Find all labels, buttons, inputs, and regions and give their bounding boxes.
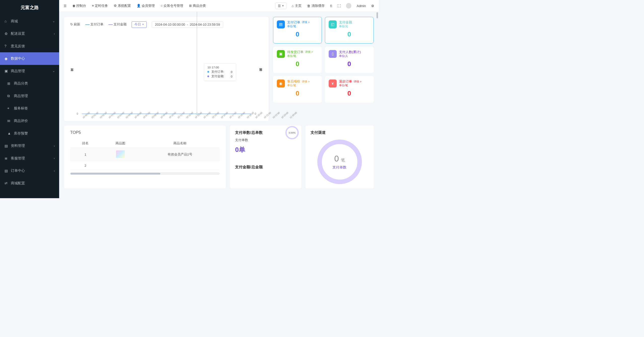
dash-icon: ◉: [5, 57, 8, 61]
chart-cursor: [197, 12, 197, 114]
bar-icon: ▯: [329, 50, 337, 58]
sidebar-item-13[interactable]: ⇄商城配置: [0, 177, 59, 190]
detail-link[interactable]: 详情 >: [354, 80, 361, 83]
avatar[interactable]: [346, 3, 351, 8]
chart[interactable]: 支付订单 支付金额 0 0 10 17:00 支付订单: 0 支付金额: 0: [70, 31, 263, 117]
detail-link[interactable]: 详情 >: [305, 50, 313, 54]
table-row[interactable]: 1有效会员产品1号: [70, 148, 220, 161]
topbar-item-4[interactable]: ○ 众筹仓号管理: [161, 4, 183, 8]
sliders-icon: ⇄: [5, 181, 8, 185]
wallet-icon: ◱: [329, 20, 337, 28]
channel-panel: 支付渠道 0笔 支付单数: [306, 125, 373, 188]
sidebar-item-1[interactable]: ⚙配送设置‹: [0, 27, 59, 40]
chat-icon: ✉: [7, 119, 11, 123]
shield-icon: ◉: [277, 79, 285, 88]
chart-panel: ↻ 刷新 支付订单 支付金额 今日 ▼ 2024-04-10 00:00:00 …: [64, 17, 269, 121]
stat-card-4[interactable]: ◉售后维权详情 >单位/笔0: [273, 76, 322, 103]
refresh-button[interactable]: ↻ 刷新: [70, 22, 81, 27]
tree-icon: ⊞: [7, 81, 11, 86]
ratio-panel: 支付单数/总单数 0.00% 支付单数 0单 支付金额/总金额: [230, 125, 301, 188]
topbar-item-0[interactable]: ◉ 控制台: [72, 4, 86, 8]
top5-panel: TOP5 排名 商品图 商品名称 1有效会员产品1号2: [64, 125, 226, 188]
topbar: ☰ ◉ 控制台≡ 定时任务⚙ 系统配置👤 会员管理○ 众筹仓号管理⊞ 商品分类 …: [59, 0, 379, 12]
stat-card-1[interactable]: ◱支付金额单位/元0: [325, 17, 374, 44]
tag-icon: ⌖: [7, 106, 11, 110]
stat-card-3[interactable]: ▯支付人数(累计)单位/人0: [325, 47, 374, 73]
legend-series-b: 支付金额: [108, 22, 127, 27]
product-thumb: [116, 150, 125, 158]
stat-card-5[interactable]: ¥退款订单详情 >单位/笔0: [325, 76, 374, 103]
detail-link[interactable]: 详情 >: [302, 80, 310, 83]
table-row[interactable]: 2: [70, 161, 220, 170]
date-range-display[interactable]: 2024-04-10 00:00:00 - 2024-04-10 23:59:5…: [152, 21, 223, 28]
file-icon: ▤: [277, 20, 285, 28]
sidebar-item-9[interactable]: ▲库存预警: [0, 127, 59, 140]
box-icon: ▣: [277, 50, 285, 58]
table-scrollbar[interactable]: [70, 172, 220, 175]
sidebar-item-7[interactable]: ⌖服务标签: [0, 102, 59, 115]
sidebar-item-4[interactable]: ▣商品管理⌄: [0, 65, 59, 77]
menu-toggle[interactable]: ☰: [64, 4, 67, 8]
sidebar-item-3[interactable]: ◉数据中心: [0, 52, 59, 65]
chart-tooltip: 10 17:00 支付订单: 0 支付金额: 0: [204, 63, 236, 80]
channel-donut: 0笔 支付单数: [317, 140, 362, 184]
fullscreen-icon[interactable]: ⛶: [337, 4, 341, 8]
x-axis-ticks: 10 00:0010 01:0010 02:0010 03:0010 04:00…: [82, 117, 251, 119]
stat-card-2[interactable]: ▣待发货订单详情 >单位/笔0: [273, 47, 322, 73]
sidebar: 元富之路 ⌂商城⌄⚙配送设置‹?意见反馈◉数据中心▣商品管理⌄⊞商品分类⧉商品管…: [0, 0, 59, 198]
gear-icon: ⚙: [5, 32, 8, 36]
help-icon: ?: [5, 44, 8, 48]
sidebar-item-0[interactable]: ⌂商城⌄: [0, 15, 59, 27]
file-icon: ▤: [5, 169, 8, 173]
lang-icon[interactable]: ⎘: [330, 4, 332, 8]
ratio-donut: 0.00%: [285, 126, 299, 139]
topbar-item-5[interactable]: ⊞ 商品分类: [189, 4, 206, 8]
date-range-button[interactable]: 今日 ▼: [132, 21, 147, 28]
user-name[interactable]: Admin: [357, 4, 366, 8]
clear-cache[interactable]: 🗑 清除缓存: [307, 4, 325, 8]
box-icon: ▣: [5, 69, 8, 73]
sidebar-item-2[interactable]: ?意见反馈: [0, 40, 59, 52]
sidebar-item-10[interactable]: ▤资料管理‹: [0, 140, 59, 152]
bag-icon: ⧉: [7, 94, 11, 98]
sidebar-item-12[interactable]: ▤订单中心‹: [0, 164, 59, 177]
sidebar-item-8[interactable]: ✉商品评价: [0, 115, 59, 127]
home-link[interactable]: ⌂ 主页: [292, 4, 302, 8]
warn-icon: ▲: [7, 131, 11, 135]
legend-series-a: 支付订单: [85, 22, 103, 27]
topbar-item-1[interactable]: ≡ 定时任务: [92, 4, 108, 8]
top5-table: 排名 商品图 商品名称 1有效会员产品1号2: [70, 139, 220, 170]
yen-icon: ¥: [329, 79, 337, 88]
topbar-item-3[interactable]: 👤 会员管理: [137, 4, 155, 8]
top5-title: TOP5: [70, 130, 220, 135]
detail-link[interactable]: 详情 >: [302, 21, 310, 24]
topbar-dropdown[interactable]: ☰ ▼: [275, 3, 286, 9]
settings-icon[interactable]: ⚙: [371, 4, 374, 8]
home-icon: ⌂: [5, 19, 8, 23]
sidebar-item-11[interactable]: ≣客服管理‹: [0, 152, 59, 164]
sidebar-item-6[interactable]: ⧉商品管理: [0, 90, 59, 102]
brand: 元富之路: [0, 0, 59, 15]
sidebar-item-5[interactable]: ⊞商品分类: [0, 77, 59, 90]
file-icon: ▤: [5, 144, 8, 148]
stat-card-0[interactable]: ▤支付订单详情 >单位/笔0: [273, 17, 322, 44]
scrollbar[interactable]: [376, 12, 378, 18]
list-icon: ≣: [5, 156, 8, 160]
topbar-item-2[interactable]: ⚙ 系统配置: [114, 4, 131, 8]
